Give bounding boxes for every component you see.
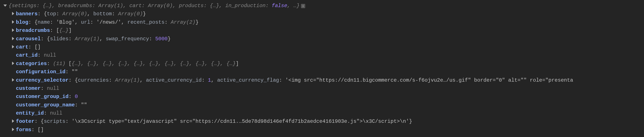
property-content: currency_selector: {currencies: Array(1)… — [16, 76, 573, 84]
property-value-part: active_currency_id — [146, 77, 202, 83]
property-value-part: '<img src="https://cdn11.bigcommerce.com… — [285, 77, 573, 83]
object-property-row: entity_id: null — [0, 109, 644, 117]
property-content: forms: [] — [16, 126, 44, 134]
property-key: entity_id — [16, 110, 44, 116]
property-value-part: "" — [81, 102, 87, 108]
object-property-row[interactable]: cart: [] — [0, 43, 644, 51]
object-root-summary: {settings: {…}, breadcrumbs: Array(1), c… — [8, 2, 300, 10]
chevron-right-icon[interactable] — [12, 128, 14, 131]
property-key: customer — [16, 85, 41, 91]
property-value-part: , — [140, 77, 146, 83]
object-property-row[interactable]: banners: {top: Array(0), bottom: Array(0… — [0, 10, 644, 18]
property-content: footer: {scripts: '\x3Cscript type="text… — [16, 117, 412, 125]
property-content: categories: (11) [{…}, {…}, {…}, {…}, {…… — [16, 60, 239, 68]
chevron-right-icon[interactable] — [12, 62, 14, 65]
chevron-down-icon[interactable] — [4, 5, 7, 7]
property-value-part: Array(0) — [118, 11, 143, 17]
property-value-part: : — [202, 77, 208, 83]
chevron-right-icon[interactable] — [12, 37, 14, 40]
chevron-right-icon[interactable] — [12, 29, 14, 32]
property-value-part: [ — [68, 61, 72, 67]
property-value-part: : { — [41, 36, 50, 42]
property-value-part: } — [143, 11, 146, 17]
property-value-part: : { — [38, 11, 47, 17]
object-property-row[interactable]: breadcrumbs: [{…}] — [0, 27, 644, 35]
property-content: configuration_id: "" — [16, 68, 78, 76]
property-value-part: 'Blog' — [56, 19, 74, 25]
property-value-part: slides — [50, 36, 68, 42]
property-key: customer_group_name — [16, 102, 75, 108]
property-value-part: : — [109, 77, 115, 83]
property-value-part: swap_frequency — [106, 36, 149, 42]
property-value-part: 5000 — [155, 36, 168, 42]
chevron-right-icon[interactable] — [12, 45, 14, 49]
object-root-row[interactable]: {settings: {…}, breadcrumbs: Array(1), c… — [0, 2, 644, 10]
object-property-row: cart_id: null — [0, 51, 644, 59]
property-value-part: null — [47, 85, 59, 91]
property-value-part: Array(1) — [115, 77, 140, 83]
property-value-part: : — [164, 19, 171, 25]
property-value-part: , — [121, 19, 128, 25]
info-icon[interactable]: i — [301, 4, 305, 8]
property-value-part: 0 — [75, 94, 78, 99]
property-value-part: ] — [236, 61, 239, 67]
property-value-part: : — [279, 77, 285, 83]
property-value-part: {…}, {…}, {…}, {…}, {…}, {…}, {…}, {…}, … — [72, 61, 236, 67]
property-key: breadcrumbs — [16, 28, 50, 33]
property-value-part: : — [75, 102, 81, 108]
property-value-part: : — [56, 11, 62, 17]
property-value-part: : [ — [50, 28, 59, 33]
property-value-part: Array(1) — [75, 36, 100, 42]
property-value-part: , — [100, 36, 106, 42]
property-value-part: active_currency_flag — [217, 77, 279, 83]
chevron-right-icon[interactable] — [12, 20, 14, 24]
object-property-row[interactable]: currency_selector: {currencies: Array(1)… — [0, 76, 644, 84]
property-value-part: null — [50, 110, 62, 116]
property-value-part: top — [47, 11, 56, 17]
property-value-part: Array(2) — [171, 19, 196, 25]
property-value-part: ] — [68, 28, 72, 33]
property-value-part: '/news/' — [96, 19, 121, 25]
property-content: carousel: {slides: Array(1), swap_freque… — [16, 35, 171, 43]
property-value-part: , — [75, 19, 81, 25]
chevron-right-icon[interactable] — [12, 12, 14, 15]
property-key: forms — [16, 127, 32, 133]
chevron-right-icon[interactable] — [12, 119, 14, 123]
property-value-part: : — [112, 11, 118, 17]
property-value-part: : — [68, 94, 75, 99]
property-value-part: Array(0) — [62, 11, 87, 17]
property-key: carousel — [16, 36, 41, 42]
property-value-part: url — [81, 19, 90, 25]
property-value-part: : — [41, 85, 47, 91]
property-value-part: : — [50, 19, 56, 25]
property-value-part: name — [38, 19, 50, 25]
property-value-part: null — [44, 52, 56, 58]
object-property-row: customer_group_id: 0 — [0, 93, 644, 101]
object-property-row[interactable]: categories: (11) [{…}, {…}, {…}, {…}, {…… — [0, 60, 644, 68]
property-key: footer — [16, 118, 34, 124]
property-value-part: (11) — [53, 61, 68, 67]
property-value-part: } — [409, 118, 412, 124]
chevron-right-icon[interactable] — [12, 78, 14, 82]
property-value-part: , — [87, 11, 93, 17]
property-key: categories — [16, 61, 47, 67]
property-value-part: : [] — [28, 44, 41, 50]
property-content: cart_id: null — [16, 51, 56, 59]
property-value-part: : { — [28, 19, 38, 25]
property-value-part: bottom — [93, 11, 112, 17]
object-property-row[interactable]: forms: [] — [0, 126, 644, 134]
object-property-row[interactable]: footer: {scripts: '\x3Cscript type="text… — [0, 117, 644, 125]
property-value-part: scripts — [44, 118, 66, 124]
property-value-part: 1 — [208, 77, 211, 83]
property-content: cart: [] — [16, 43, 41, 51]
property-key: currency_selector — [16, 77, 68, 83]
object-property-row[interactable]: carousel: {slides: Array(1), swap_freque… — [0, 35, 644, 43]
property-content: customer_group_name: "" — [16, 101, 87, 109]
property-key: blog — [16, 19, 28, 25]
property-key: customer_group_id — [16, 94, 68, 99]
object-property-row: customer_group_name: "" — [0, 101, 644, 109]
property-value-part: : [] — [32, 127, 44, 133]
property-value-part: : — [90, 19, 96, 25]
object-property-row[interactable]: blog: {name: 'Blog', url: '/news/', rece… — [0, 18, 644, 27]
property-value-part: : — [65, 118, 72, 124]
